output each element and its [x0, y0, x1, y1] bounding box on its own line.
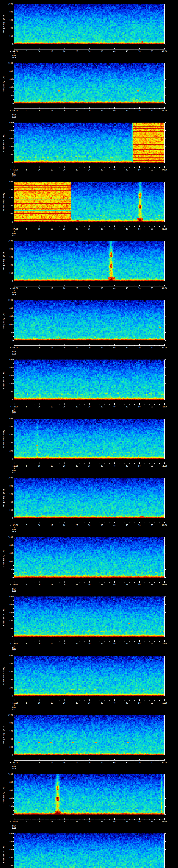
x-end-time-label: 47:00: [157, 169, 171, 171]
tick-mark: [67, 582, 67, 583]
y-tick-label: 1000: [5, 477, 13, 479]
tick-mark: [165, 735, 165, 735]
x-start-time-label: 4:57:00: [6, 820, 22, 823]
y-tick-label: 1000: [5, 832, 13, 835]
x-tick-label: 15: [48, 169, 55, 171]
tick-mark: [162, 286, 162, 286]
tick-mark: [104, 167, 105, 168]
tick-mark: [87, 700, 87, 701]
tick-mark: [117, 819, 117, 819]
date-line: 5: [5, 171, 23, 173]
tick-mark: [13, 858, 14, 858]
tick-mark: [117, 700, 117, 701]
tick-mark: [165, 751, 165, 751]
tick-mark: [122, 641, 122, 642]
tick-mark: [67, 108, 67, 108]
tick-mark: [62, 582, 62, 583]
tick-mark: [57, 345, 57, 345]
tick-mark: [165, 545, 166, 546]
tick-mark: [13, 435, 14, 435]
tick-mark: [94, 463, 94, 464]
x-tick-label: 10: [36, 820, 43, 823]
tick-mark: [99, 49, 99, 49]
tick-mark: [165, 833, 166, 834]
tick-mark: [165, 75, 165, 75]
x-tick-label: 5: [23, 169, 30, 171]
y-tick-label: 400: [5, 797, 13, 799]
x-tick-label: 20: [61, 643, 68, 645]
tick-mark: [165, 87, 166, 88]
tick-mark: [157, 700, 157, 701]
tick-mark: [165, 383, 166, 384]
tick-mark: [165, 447, 165, 447]
tick-mark: [69, 286, 69, 286]
tick-mark: [102, 166, 102, 168]
tick-mark: [79, 226, 80, 227]
tick-mark: [165, 138, 166, 139]
x-tick-label: 15: [48, 762, 55, 764]
tick-mark: [109, 641, 110, 642]
x-tick-label: 10: [36, 110, 43, 112]
tick-mark: [165, 273, 166, 273]
tick-mark: [92, 49, 92, 49]
tick-mark: [157, 641, 157, 642]
tick-mark: [165, 845, 165, 846]
spectrogram-panel: Frequency (Hz) 0200400600800100051015202…: [0, 355, 178, 415]
tick-mark: [165, 363, 165, 364]
tick-mark: [92, 760, 92, 761]
tick-mark: [97, 345, 97, 345]
tick-mark: [13, 443, 14, 443]
tick-mark: [22, 286, 22, 286]
x-tick-label: 40: [111, 702, 118, 704]
x-tick-label: 10: [36, 702, 43, 704]
y-tick-label: 1000: [5, 122, 13, 124]
tick-mark: [67, 760, 67, 761]
y-tick-label: 800: [5, 841, 13, 843]
tick-mark: [102, 344, 102, 345]
x-tick-label: 35: [98, 169, 105, 171]
tick-mark: [13, 71, 14, 71]
tick-mark: [165, 858, 166, 858]
x-tick-label: 25: [73, 524, 80, 526]
tick-mark: [157, 819, 157, 819]
tick-mark: [92, 108, 92, 108]
y-tick-label: 800: [5, 426, 13, 428]
tick-mark: [122, 226, 122, 227]
y-tick-label: 800: [5, 367, 13, 369]
y-axis-title: Frequency (Hz): [3, 370, 5, 389]
tick-mark: [165, 155, 166, 155]
y-tick-label: 0: [5, 43, 13, 45]
tick-mark: [69, 226, 69, 227]
y-tick-label: 1000: [5, 62, 13, 64]
x-end-time-label: 53:00: [157, 524, 171, 526]
y-axis-title: Frequency (Hz): [3, 489, 5, 507]
tick-mark: [82, 700, 82, 701]
tick-mark: [13, 439, 14, 439]
tick-mark: [82, 226, 82, 227]
tick-mark: [89, 166, 90, 168]
tick-mark: [157, 108, 157, 108]
tick-mark: [84, 167, 85, 168]
tick-mark: [162, 108, 162, 108]
tick-mark: [67, 404, 67, 405]
x-tick-label: 40: [111, 287, 118, 289]
y-tick-label: 200: [5, 805, 13, 807]
x-tick-label: 20: [61, 169, 68, 171]
x-tick-label: 45: [123, 228, 130, 230]
tick-mark: [99, 760, 99, 761]
tick-mark: [57, 760, 57, 761]
spectrogram-stack: Frequency (Hz) 0200400600800100051015202…: [0, 0, 178, 868]
tick-mark: [109, 49, 110, 49]
x-end-time-label: 46:00: [157, 110, 171, 112]
x-tick-label: 25: [73, 643, 80, 645]
tick-mark: [102, 700, 102, 701]
spectrogram-panel: Frequency (Hz) 0200400600800100051015202…: [0, 711, 178, 770]
x-tick-label: 40: [111, 406, 118, 408]
tick-mark: [57, 286, 57, 286]
date-line: 2015: [5, 649, 23, 651]
tick-mark: [122, 167, 122, 168]
spectrogram-panel: Frequency (Hz) 0200400600800100051015202…: [0, 59, 178, 118]
y-tick-label: 1000: [5, 3, 13, 5]
tick-mark: [87, 463, 87, 464]
tick-mark: [127, 462, 127, 464]
